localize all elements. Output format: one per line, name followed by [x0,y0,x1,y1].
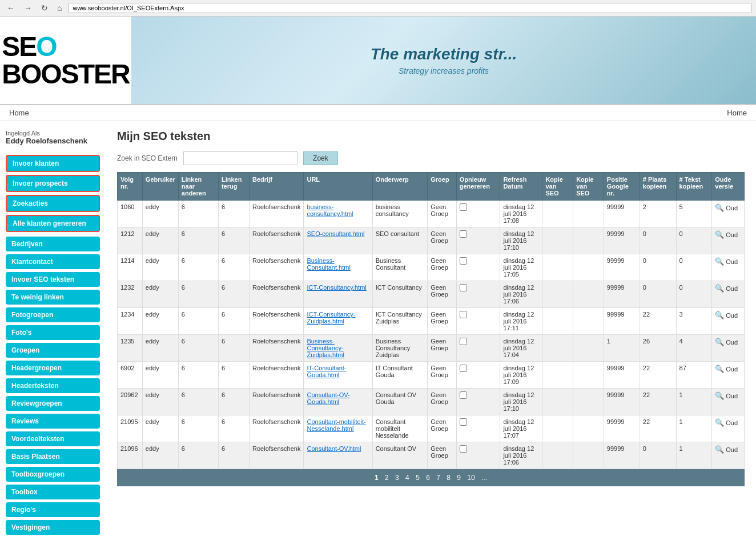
cell-oud: 🔍 Oud [712,362,745,389]
sidebar-btn-invoer-seo[interactable]: Invoer SEO teksten [6,272,100,287]
reload-button[interactable]: ↻ [39,2,50,14]
forward-button[interactable]: → [22,2,34,14]
page-7[interactable]: 7 [434,473,443,483]
cell-tekst: 1 [676,389,712,415]
url-link[interactable]: Consultant-mobiliteit-Nesselande.html [307,418,365,432]
url-link[interactable]: ICT-Consultancy-Zuidplas.html [307,311,355,325]
cell-linken-terug: 6 [218,201,249,227]
cell-oud: 🔍 Oud [712,281,745,308]
oud-button[interactable]: 🔍 Oud [715,311,738,319]
sidebar-btn-invoer-klanten[interactable]: Invoer klanten [6,155,100,172]
opnieuw-checkbox[interactable] [460,230,467,238]
cell-kopie-seo1 [542,227,573,254]
cell-kopie-seo2 [573,415,604,442]
sidebar-btn-headergroepen[interactable]: Headergroepen [6,361,100,375]
sidebar-btn-groepen[interactable]: Groepen [6,343,100,358]
sidebar-btn-reviews[interactable]: Reviews [6,414,100,429]
sidebar-btn-te-weinig[interactable]: Te weinig linken [6,290,100,305]
cell-kopie-seo1 [542,442,573,469]
oud-button[interactable]: 🔍 Oud [715,418,738,427]
sidebar-btn-reviewgroepen[interactable]: Reviewgroepen [6,396,100,411]
search-bar: Zoek in SEO Extern Zoek [117,151,745,165]
url-link[interactable]: business-consultancy.html [307,203,353,217]
opnieuw-checkbox[interactable] [460,311,467,318]
page-9[interactable]: 9 [455,473,463,483]
url-link[interactable]: IT-Consultant-Gouda.html [307,365,346,378]
nav-home-left[interactable]: Home [6,107,33,118]
oud-button[interactable]: 🔍 Oud [715,338,738,346]
cell-linken-terug: 6 [218,442,249,469]
page-more[interactable]: ... [479,473,489,483]
url-link[interactable]: ICT-Consultancy.html [307,284,366,291]
sidebar-btn-headerteksten[interactable]: Headerteksten [6,378,100,393]
cell-oud: 🔍 Oud [712,201,745,227]
url-link[interactable]: SEO-consultant.html [307,230,364,237]
search-input[interactable] [183,151,297,165]
oud-button[interactable]: 🔍 Oud [715,445,738,454]
page-2[interactable]: 2 [383,473,391,483]
oud-button[interactable]: 🔍 Oud [715,391,738,400]
search-label: Zoek in SEO Extern [117,154,178,162]
nav-home-right[interactable]: Home [723,107,750,118]
sidebar-btn-voordeelteksten[interactable]: Voordeelteksten [6,431,100,446]
banner-title: The marketing str... [371,45,517,63]
opnieuw-checkbox[interactable] [460,203,467,211]
pagination-bar: 1 2 3 4 5 6 7 8 9 10 ... [117,469,745,486]
cell-positie: 99999 [604,201,640,227]
opnieuw-checkbox[interactable] [460,338,467,345]
search-button[interactable]: Zoek [303,151,338,165]
page-5[interactable]: 5 [413,473,422,483]
sidebar-btn-klantcontact[interactable]: Klantcontact [6,254,100,269]
oud-button[interactable]: 🔍 Oud [715,257,738,266]
url-link[interactable]: Business-Consultant.html [307,257,350,271]
cell-opnieuw [456,389,500,415]
opnieuw-checkbox[interactable] [460,257,467,265]
sidebar-btn-zoekacties[interactable]: Zoekacties [6,195,100,212]
cell-groep: Geen Groep [428,415,456,442]
opnieuw-checkbox[interactable] [460,445,467,453]
cell-kopie-seo2 [573,254,604,281]
opnieuw-checkbox[interactable] [460,391,467,399]
cell-onderwerp: business consultancy [372,201,428,227]
cell-oud: 🔍 Oud [712,335,745,362]
sidebar-btn-toolbox[interactable]: Toolbox [6,485,100,499]
home-button[interactable]: ⌂ [55,2,64,14]
opnieuw-checkbox[interactable] [460,365,467,372]
page-6[interactable]: 6 [424,473,432,483]
oud-button[interactable]: 🔍 Oud [715,365,738,373]
cell-onderwerp: Consultant mobiliteit Nesselande [372,415,428,442]
cell-positie: 99999 [604,308,640,335]
page-4[interactable]: 4 [403,473,412,483]
sidebar-btn-vestigingen[interactable]: Vestigingen [6,520,100,535]
url-link[interactable]: Business-Consultancy-Zuidplas.html [307,338,344,358]
cell-bedrijf: Roelofsenschenk [250,415,304,442]
opnieuw-checkbox[interactable] [460,284,467,291]
page-10[interactable]: 10 [465,473,477,483]
opnieuw-checkbox[interactable] [460,418,467,426]
cell-plaats: 2 [640,201,676,227]
url-bar[interactable] [69,3,751,13]
cell-linken-terug: 6 [218,335,249,362]
oud-button[interactable]: 🔍 Oud [715,284,738,293]
col-positie: Positie Google nr. [604,173,640,201]
sidebar-btn-regios[interactable]: Regio's [6,502,100,517]
cell-bedrijf: Roelofsenschenk [250,281,304,308]
col-gebruiker: Gebruiker [142,173,178,201]
sidebar-btn-basis-plaatsen[interactable]: Basis Plaatsen [6,449,100,464]
url-link[interactable]: Consultant-OV.html [307,445,361,452]
sidebar-btn-invoer-prospects[interactable]: Invoer prospects [6,175,100,192]
sidebar-btn-alle-klanten[interactable]: Alle klanten genereren [6,215,100,232]
sidebar-btn-toolboxgroepen[interactable]: Toolboxgroepen [6,467,100,482]
url-link[interactable]: Consultant-OV-Gouda.html [307,391,349,405]
sidebar-btn-fotogroepen[interactable]: Fotogroepen [6,307,100,322]
col-plaats: # Plaats kopieen [640,173,676,201]
page-8[interactable]: 8 [444,473,453,483]
sidebar-btn-bedrijven[interactable]: Bedrijven [6,237,100,251]
sidebar-btn-fotos[interactable]: Foto's [6,325,100,340]
sidebar-normal-group: Bedrijven Klantcontact Invoer SEO tekste… [6,237,100,535]
oud-button[interactable]: 🔍 Oud [715,203,738,212]
cell-bedrijf: Roelofsenschenk [250,254,304,281]
page-3[interactable]: 3 [393,473,401,483]
back-button[interactable]: ← [5,2,17,14]
oud-button[interactable]: 🔍 Oud [715,230,738,239]
